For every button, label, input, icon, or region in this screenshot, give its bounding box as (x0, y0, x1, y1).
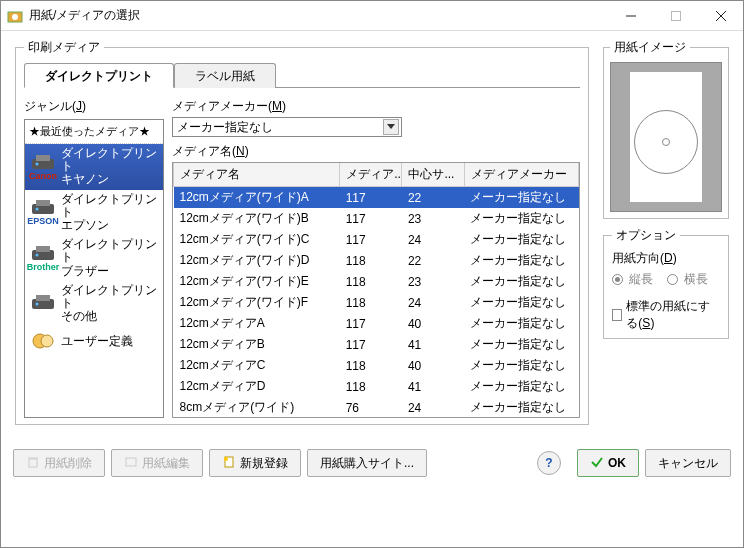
check-icon (590, 455, 604, 472)
table-row[interactable]: 12cmメディア(ワイド)A11722メーカー指定なし (174, 187, 579, 209)
table-row[interactable]: 8cmメディア(ワイド)7624メーカー指定なし (174, 397, 579, 418)
genre-item[interactable]: ダイレクトプリントその他 (25, 281, 163, 327)
table-cell: 12cmメディア(ワイド)F (174, 292, 340, 313)
genre-item-label: ダイレクトプリントブラザー (61, 238, 159, 278)
table-cell: メーカー指定なし (464, 397, 578, 418)
col-media[interactable]: メディア... (340, 163, 402, 187)
table-row[interactable]: 12cmメディア(ワイド)E11823メーカー指定なし (174, 271, 579, 292)
button-bar: 用紙削除 用紙編集 新規登録 用紙購入サイト... ? OK キャン (13, 439, 731, 485)
right-pane: 用紙イメージ オプション 用紙方向(D) 縦長 (601, 39, 731, 439)
table-cell: 117 (340, 334, 402, 355)
media-maker-selected: メーカー指定なし (177, 119, 273, 136)
col-center[interactable]: 中心サ... (402, 163, 464, 187)
table-cell: 117 (340, 229, 402, 250)
table-cell: 12cmメディアD (174, 376, 340, 397)
table-row[interactable]: 12cmメディアD11841メーカー指定なし (174, 376, 579, 397)
table-cell: 24 (402, 397, 464, 418)
table-cell: メーカー指定なし (464, 334, 578, 355)
media-table[interactable]: メディア名 メディア... 中心サ... メディアメーカー 12cmメディア(ワ… (172, 162, 580, 418)
media-maker-select[interactable]: メーカー指定なし (172, 117, 402, 137)
genre-list[interactable]: ★最近使ったメディア★ CanonダイレクトプリントキヤノンEPSONダイレクト… (24, 119, 164, 418)
table-row[interactable]: 12cmメディアB11741メーカー指定なし (174, 334, 579, 355)
table-cell: メーカー指定なし (464, 292, 578, 313)
genre-item[interactable]: ユーザー定義 (25, 326, 163, 356)
table-cell: 118 (340, 376, 402, 397)
media-name-label: メディア名(N) (172, 143, 580, 160)
disc-icon (634, 110, 698, 174)
table-row[interactable]: 12cmメディア(ワイド)B11723メーカー指定なし (174, 208, 579, 229)
table-cell: 12cmメディア(ワイド)E (174, 271, 340, 292)
cancel-button[interactable]: キャンセル (645, 449, 731, 477)
table-cell: 118 (340, 292, 402, 313)
table-row[interactable]: 12cmメディア(ワイド)F11824メーカー指定なし (174, 292, 579, 313)
table-cell: 117 (340, 313, 402, 334)
new-icon (222, 455, 236, 472)
table-cell: 117 (340, 187, 402, 209)
genre-item[interactable]: EPSONダイレクトプリントエプソン (25, 190, 163, 236)
table-cell: 40 (402, 355, 464, 376)
svg-rect-10 (36, 200, 50, 206)
svg-marker-20 (387, 124, 395, 129)
table-cell: 12cmメディアC (174, 355, 340, 376)
radio-portrait-label: 縦長 (629, 271, 653, 288)
help-button[interactable]: ? (537, 451, 561, 475)
table-cell: 117 (340, 208, 402, 229)
table-cell: 22 (402, 187, 464, 209)
print-media-group: 印刷メディア ダイレクトプリント ラベル用紙 ジャンル(J) ★最近使ったメディ… (15, 39, 589, 425)
brand-label: Canon (29, 171, 57, 181)
table-cell: メーカー指定なし (464, 250, 578, 271)
printer-icon (29, 292, 57, 314)
table-row[interactable]: 12cmメディアA11740メーカー指定なし (174, 313, 579, 334)
standard-paper-checkbox[interactable] (612, 309, 622, 321)
table-row[interactable]: 12cmメディア(ワイド)D11822メーカー指定なし (174, 250, 579, 271)
table-cell: 118 (340, 271, 402, 292)
table-cell: 41 (402, 334, 464, 355)
genre-item[interactable]: Brotherダイレクトプリントブラザー (25, 235, 163, 281)
svg-point-14 (36, 253, 39, 256)
table-cell: 12cmメディア(ワイド)C (174, 229, 340, 250)
svg-rect-3 (671, 11, 680, 20)
media-tabs: ダイレクトプリント ラベル用紙 (24, 62, 580, 88)
tab-direct-print[interactable]: ダイレクトプリント (24, 63, 174, 88)
svg-point-1 (12, 14, 18, 20)
user-icon (29, 330, 57, 352)
table-header-row: メディア名 メディア... 中心サ... メディアメーカー (174, 163, 579, 187)
svg-rect-7 (36, 155, 50, 161)
genre-label: ジャンル(J) (24, 98, 164, 115)
printer-icon: Canon (29, 153, 57, 181)
svg-rect-23 (126, 458, 136, 466)
paper-preview (610, 62, 722, 212)
tab-label-paper[interactable]: ラベル用紙 (174, 63, 276, 88)
svg-point-25 (224, 457, 228, 461)
col-media-name[interactable]: メディア名 (174, 163, 340, 187)
col-maker[interactable]: メディアメーカー (464, 163, 578, 187)
table-row[interactable]: 12cmメディアC11840メーカー指定なし (174, 355, 579, 376)
paper-preview-group: 用紙イメージ (603, 39, 729, 219)
radio-portrait (612, 274, 623, 285)
genre-item-label: ユーザー定義 (61, 335, 133, 348)
table-cell: 118 (340, 250, 402, 271)
table-cell: 76 (340, 397, 402, 418)
close-button[interactable] (698, 1, 743, 30)
minimize-button[interactable] (608, 1, 653, 30)
printer-icon: Brother (29, 244, 57, 272)
trash-icon (26, 455, 40, 472)
purchase-site-button[interactable]: 用紙購入サイト... (307, 449, 427, 477)
genre-item[interactable]: Canonダイレクトプリントキヤノン (25, 144, 163, 190)
table-cell: メーカー指定なし (464, 229, 578, 250)
svg-rect-13 (36, 246, 50, 252)
svg-point-17 (36, 303, 39, 306)
new-paper-button[interactable]: 新規登録 (209, 449, 301, 477)
table-row[interactable]: 12cmメディア(ワイド)C11724メーカー指定なし (174, 229, 579, 250)
window-title: 用紙/メディアの選択 (29, 7, 608, 24)
table-cell: メーカー指定なし (464, 376, 578, 397)
dialog-body: 印刷メディア ダイレクトプリント ラベル用紙 ジャンル(J) ★最近使ったメディ… (1, 31, 743, 547)
table-cell: 118 (340, 355, 402, 376)
media-maker-label: メディアメーカー(M) (172, 98, 580, 115)
dialog-window: 用紙/メディアの選択 印刷メディア ダイレクトプリント ラベル用紙 (0, 0, 744, 548)
titlebar: 用紙/メディアの選択 (1, 1, 743, 31)
genre-column: ジャンル(J) ★最近使ったメディア★ CanonダイレクトプリントキヤノンEP… (24, 98, 164, 418)
table-cell: 22 (402, 250, 464, 271)
ok-button[interactable]: OK (577, 449, 639, 477)
radio-landscape-label: 横長 (684, 271, 708, 288)
